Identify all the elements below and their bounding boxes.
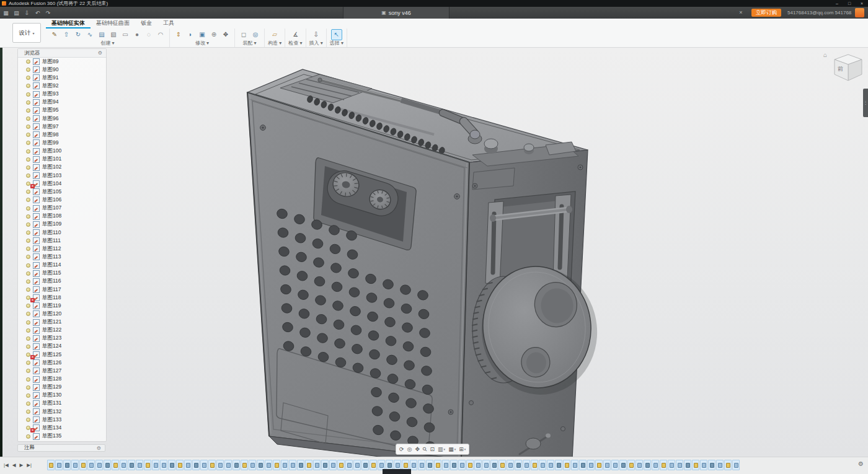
browser-item[interactable]: ✕草图104 [18, 180, 106, 188]
browser-item[interactable]: 草图107 [18, 204, 106, 213]
timeline-feature-marker[interactable] [361, 460, 369, 470]
timeline-feature-marker[interactable] [700, 460, 707, 470]
visibility-bulb-icon[interactable] [26, 271, 30, 276]
press-pull-icon[interactable]: ⇕ [173, 29, 184, 40]
timeline-feature-marker[interactable] [232, 460, 240, 470]
close-button[interactable]: × [856, 0, 868, 7]
timeline-feature-marker[interactable] [241, 460, 248, 470]
visibility-bulb-icon[interactable] [26, 230, 30, 235]
timeline-feature-marker[interactable] [603, 460, 611, 470]
browser-item[interactable]: 草图93 [18, 90, 106, 99]
visibility-bulb-icon[interactable] [26, 125, 30, 129]
visibility-bulb-icon[interactable] [26, 353, 30, 357]
measure-icon[interactable]: ∡ [290, 29, 301, 40]
timeline-feature-marker[interactable] [329, 460, 337, 470]
timeline-feature-marker[interactable] [112, 460, 119, 470]
comments-bar[interactable]: 注释 ⚙ [17, 444, 105, 452]
go-to-end-button[interactable]: ▶| [25, 461, 33, 470]
visibility-bulb-icon[interactable] [26, 410, 30, 414]
browser-item[interactable]: 草图89 [18, 58, 106, 66]
browser-item[interactable]: 草图111 [18, 237, 106, 245]
timeline-feature-marker[interactable] [627, 460, 635, 470]
ribbon-group-label[interactable]: 检查 ▾ [288, 40, 302, 46]
timeline-settings-gear-icon[interactable]: ⚙ [858, 460, 864, 467]
timeline-feature-marker[interactable] [152, 460, 159, 470]
visibility-bulb-icon[interactable] [26, 100, 30, 105]
timeline-feature-marker[interactable] [273, 460, 280, 470]
visibility-bulb-icon[interactable] [26, 165, 30, 170]
timeline-feature-marker[interactable] [192, 460, 200, 470]
timeline-feature-marker[interactable] [224, 460, 232, 470]
timeline-feature-marker[interactable] [434, 460, 441, 470]
visibility-bulb-icon[interactable] [26, 328, 30, 333]
viewports-button[interactable]: ⊞▾ [458, 445, 467, 454]
browser-item[interactable]: 草图103 [18, 172, 106, 180]
timeline-feature-marker[interactable] [619, 460, 627, 470]
timeline-feature-marker[interactable] [353, 460, 361, 470]
timeline-feature-marker[interactable] [305, 460, 312, 470]
ribbon-group-label[interactable]: 插入 ▾ [309, 40, 323, 46]
subscribe-button[interactable]: 立即订购 [751, 9, 781, 17]
timeline-feature-marker[interactable] [636, 460, 643, 470]
browser-item[interactable]: 草图105 [18, 188, 106, 196]
browser-item[interactable]: ✕草图118 [18, 294, 106, 302]
timeline-feature-marker[interactable] [523, 460, 530, 470]
timeline-feature-strip[interactable] [47, 460, 856, 472]
cylinder-icon[interactable]: ▭ [120, 29, 131, 40]
browser-item[interactable]: 草图126 [18, 359, 106, 367]
visibility-bulb-icon[interactable] [26, 133, 30, 137]
browser-item[interactable]: 草图129 [18, 384, 106, 392]
browser-item[interactable]: 草图124 [18, 343, 106, 351]
timeline-feature-marker[interactable] [63, 460, 71, 470]
browser-item[interactable]: 草图110 [18, 229, 106, 237]
visibility-bulb-icon[interactable] [26, 92, 30, 97]
app-grid-icon[interactable]: ▦ [1, 10, 11, 16]
account-email[interactable]: 541768413@qq.com 541768... [787, 7, 852, 19]
timeline-feature-marker[interactable] [732, 460, 740, 470]
fit-button[interactable]: ⊡ [429, 445, 436, 454]
timeline-feature-marker[interactable] [257, 460, 264, 470]
gear-icon[interactable]: ⚙ [97, 445, 101, 451]
timeline-feature-marker[interactable] [208, 460, 216, 470]
visibility-bulb-icon[interactable] [26, 182, 30, 186]
timeline-feature-marker[interactable] [128, 460, 135, 470]
timeline-feature-marker[interactable] [104, 460, 111, 470]
timeline-feature-marker[interactable] [611, 460, 619, 470]
timeline-feature-marker[interactable] [644, 460, 651, 470]
timeline-feature-marker[interactable] [47, 460, 55, 470]
pan-button[interactable]: ✥ [414, 445, 421, 454]
browser-item[interactable]: 草图99 [18, 139, 106, 147]
timeline-feature-marker[interactable] [466, 460, 474, 470]
visibility-bulb-icon[interactable] [26, 336, 30, 341]
shell-icon[interactable]: ▣ [197, 29, 208, 40]
ribbon-group-label[interactable]: 构造 ▾ [268, 40, 281, 46]
browser-item[interactable]: 草图131 [18, 400, 106, 408]
timeline-feature-marker[interactable] [676, 460, 683, 470]
save-icon[interactable]: ⇩ [22, 10, 32, 16]
browser-item[interactable]: 草图94 [18, 99, 106, 107]
workspace-selector[interactable]: 设计 ▾ [12, 23, 41, 43]
browser-item[interactable]: 草图92 [18, 82, 106, 90]
visibility-bulb-icon[interactable] [26, 385, 30, 390]
timeline-feature-marker[interactable] [450, 460, 458, 470]
browser-item[interactable]: 草图127 [18, 367, 106, 375]
ribbon-tab[interactable]: 基础特征实体 [46, 19, 91, 29]
browser-item[interactable]: 草图102 [18, 164, 106, 172]
joint-icon[interactable]: ◎ [250, 29, 261, 40]
browser-item[interactable]: 草图98 [18, 131, 106, 139]
loft-icon[interactable]: ▤ [96, 29, 107, 40]
visibility-bulb-icon[interactable] [26, 304, 30, 308]
account-avatar[interactable] [855, 8, 864, 17]
timeline-feature-marker[interactable] [120, 460, 127, 470]
timeline-feature-marker[interactable] [71, 460, 79, 470]
browser-item[interactable]: 草图133 [18, 416, 106, 424]
step-back-button[interactable]: ◀ [11, 461, 17, 470]
browser-item[interactable]: 草图120 [18, 310, 106, 318]
timeline-feature-marker[interactable] [426, 460, 433, 470]
browser-item[interactable]: 草图95 [18, 107, 106, 115]
browser-item[interactable]: 草图119 [18, 302, 106, 310]
box-icon[interactable]: ▧ [108, 29, 119, 40]
display-settings-button[interactable]: ▥▾ [436, 445, 446, 454]
browser-item[interactable]: 草图121 [18, 318, 106, 327]
document-tab[interactable]: ▣ sony v46 [343, 7, 450, 19]
